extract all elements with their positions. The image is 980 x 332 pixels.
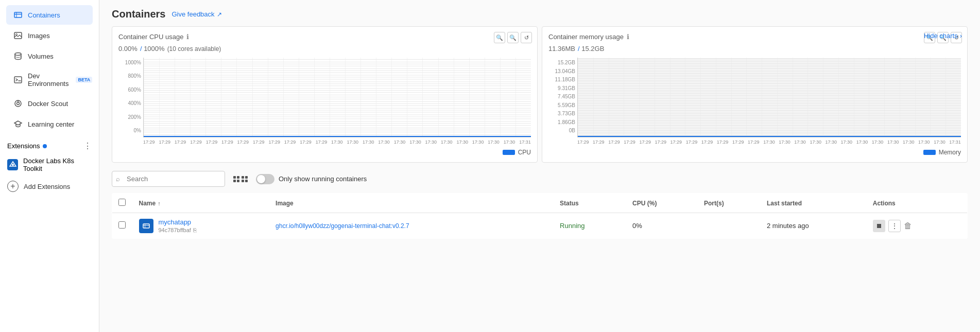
memory-baseline [578,136,961,137]
extensions-section-header: Extensions ⋮ [0,137,99,153]
memory-x-labels: 17:2917:2917:2917:2917:29 17:2917:2917:2… [577,139,961,145]
sidebar-item-images-label: Images [28,32,50,40]
row-status-cell: Running [554,213,626,239]
k8s-toolkit-label: Docker Labs K8s Toolkit [23,157,92,172]
containers-icon [13,10,23,20]
row-name-cell: mychatapp 94c787bffbaf ⎘ [133,213,270,239]
select-all-checkbox[interactable] [118,199,126,206]
container-icon [139,219,153,233]
cpu-info-icon[interactable]: ℹ [186,33,189,41]
memory-chart-title: Container memory usage [548,33,624,41]
chevron-right-icon: › [960,32,962,40]
copy-id-icon[interactable]: ⎘ [193,227,197,233]
sidebar-item-volumes[interactable]: Volumes [6,46,93,66]
add-extensions-button[interactable]: + Add Extensions [0,177,99,196]
delete-container-button[interactable]: 🗑 [904,221,912,231]
sidebar-item-learning-center-label: Learning center [28,120,74,128]
svg-rect-16 [877,224,881,228]
svg-rect-13 [143,224,149,228]
columns-toggle-button[interactable] [231,174,250,184]
memory-chart: Container memory usage ℹ 11.36MB / 15.2G… [542,26,968,163]
sidebar-item-containers[interactable]: Containers [6,5,93,25]
feedback-link[interactable]: Give feedback ↗ [171,10,221,18]
cpu-chart: Container CPU usage ℹ 0.00% / 1000% (10 … [112,26,538,163]
sidebar: Containers Images Volumes [0,0,99,332]
running-toggle[interactable] [256,174,274,184]
more-options-button[interactable]: ⋮ [888,220,901,232]
th-name[interactable]: Name ↑ [133,194,270,213]
cpu-zoom-out-button[interactable]: 🔍 [507,32,519,43]
row-ports-cell [698,213,761,239]
sidebar-item-dev-environments[interactable]: Dev Environments BETA [6,67,93,93]
table-toolbar: ⌕ Only show running containers [112,171,968,187]
svg-point-9 [17,102,20,105]
cpu-chart-controls: 🔍 🔍 ↺ [494,32,532,43]
cpu-x-labels: 17:2917:2917:2917:2917:29 17:2917:2917:2… [143,139,531,145]
cpu-reset-button[interactable]: ↺ [521,32,532,43]
k8s-icon [7,159,18,170]
memory-chart-value: 11.36MB / 15.2GB [548,43,961,54]
search-icon: ⌕ [116,175,120,183]
container-id: 94c787bffbaf ⎘ [159,227,197,233]
svg-point-5 [15,53,21,56]
cpu-chart-title: Container CPU usage [118,33,183,41]
extensions-menu-button[interactable]: ⋮ [83,141,92,151]
add-extensions-label: Add Extensions [24,183,70,190]
running-toggle-label: Only show running containers [279,175,367,183]
sidebar-item-containers-label: Containers [28,11,60,19]
cpu-chart-area [143,58,531,137]
images-icon [13,31,23,40]
memory-y-labels: 15.2GB 13.04GB 11.18GB 9.31GB 7.45GB 5.5… [548,60,575,133]
containers-table: Name ↑ Image Status CPU (%) Port(s) Last… [112,193,968,239]
table-section: ⌕ Only show running containers [99,171,980,239]
sidebar-item-learning-center[interactable]: Learning center [6,114,93,134]
svg-rect-0 [14,12,22,18]
page-header: Containers Give feedback ↗ [99,0,980,26]
learning-center-icon [13,119,23,129]
row-last-started-cell: 2 minutes ago [761,213,867,239]
svg-point-12 [12,164,14,166]
main-content: Containers Give feedback ↗ Container CPU… [99,0,980,332]
memory-legend: Memory [548,149,961,156]
row-checkbox[interactable] [118,221,126,229]
running-toggle-wrap: Only show running containers [256,174,367,184]
table-row: mychatapp 94c787bffbaf ⎘ ghcr.io/h0llyw0… [112,213,968,239]
th-image: Image [269,194,554,213]
table-header-row: Name ↑ Image Status CPU (%) Port(s) Last… [112,194,968,213]
stop-container-button[interactable] [873,220,885,232]
external-link-icon: ↗ [217,11,222,18]
sidebar-item-dev-label: Dev Environments [28,72,68,88]
cpu-y-labels: 1000% 800% 600% 400% 200% 0% [118,60,141,133]
sidebar-item-docker-scout[interactable]: Docker Scout [6,94,93,113]
th-ports: Port(s) [698,194,761,213]
sidebar-item-docker-scout-label: Docker Scout [28,100,68,108]
cpu-chart-value: 0.00% / 1000% (10 cores available) [118,43,531,54]
th-cpu: CPU (%) [626,194,698,213]
search-input[interactable] [112,171,225,187]
cpu-zoom-in-button[interactable]: 🔍 [494,32,505,43]
beta-badge: BETA [76,77,92,83]
extensions-dot [43,144,47,148]
memory-chart-area [577,58,961,137]
row-actions-cell: ⋮ 🗑 [867,213,968,239]
th-checkbox [112,194,133,213]
extension-k8s-toolkit[interactable]: Docker Labs K8s Toolkit [0,153,99,177]
hide-charts-button[interactable]: Hide charts › [924,32,962,40]
add-icon: + [7,181,19,192]
sort-arrow-icon: ↑ [158,200,161,206]
memory-info-icon[interactable]: ℹ [627,33,629,41]
th-last-started: Last started [761,194,867,213]
volumes-icon [13,51,23,61]
page-title: Containers [112,8,165,20]
th-status: Status [554,194,626,213]
row-image-cell: ghcr.io/h0llyw00dzz/gogenai-terminal-cha… [269,213,554,239]
docker-scout-icon [13,99,23,108]
svg-rect-3 [14,32,22,39]
row-checkbox-cell [112,213,133,239]
image-link[interactable]: ghcr.io/h0llyw00dzz/gogenai-terminal-cha… [276,222,409,230]
container-name-link[interactable]: mychatapp [159,218,192,226]
status-badge: Running [560,222,584,230]
sidebar-item-images[interactable]: Images [6,26,93,45]
toggle-knob [257,175,265,183]
row-cpu-cell: 0% [626,213,698,239]
